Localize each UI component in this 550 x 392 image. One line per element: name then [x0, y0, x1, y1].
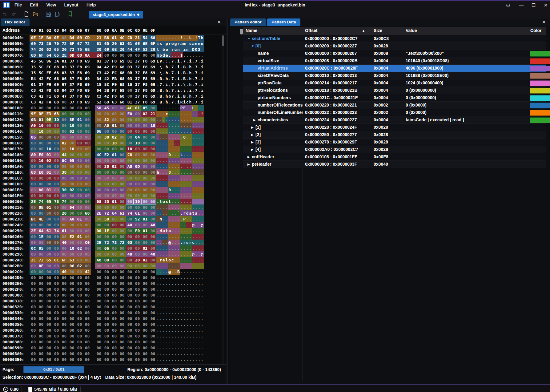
ascii-char[interactable]: V: [159, 58, 163, 64]
ascii-char[interactable]: .: [159, 169, 163, 175]
hex-byte[interactable]: C3: [95, 93, 103, 99]
hex-byte[interactable]: 00: [83, 204, 91, 210]
ascii-char[interactable]: .: [201, 228, 204, 234]
ascii-char[interactable]: .: [156, 193, 159, 199]
hex-byte[interactable]: 5C: [103, 82, 110, 87]
hex-byte[interactable]: 78: [53, 199, 60, 204]
hex-byte[interactable]: 00: [141, 204, 149, 210]
ascii-char[interactable]: t: [156, 46, 159, 52]
hex-byte[interactable]: 00: [110, 357, 118, 362]
hex-byte[interactable]: 00: [45, 351, 53, 357]
hex-byte[interactable]: 75: [76, 46, 83, 52]
ascii-char[interactable]: :: [165, 58, 168, 64]
ascii-char[interactable]: .: [171, 345, 174, 351]
ascii-char[interactable]: .: [174, 76, 177, 82]
menu-view[interactable]: View: [43, 1, 59, 9]
hex-byte[interactable]: 72: [103, 240, 110, 245]
hex-byte[interactable]: 00: [118, 169, 126, 175]
hex-byte[interactable]: 01: [110, 35, 118, 41]
ascii-char[interactable]: .: [186, 193, 189, 199]
hex-byte[interactable]: 00: [134, 187, 141, 193]
ascii-char[interactable]: .: [183, 234, 186, 240]
ascii-char[interactable]: .: [174, 234, 177, 240]
ascii-char[interactable]: .: [177, 275, 180, 281]
hex-byte[interactable]: 00: [37, 286, 45, 292]
hex-byte[interactable]: 00: [141, 175, 149, 181]
ascii-char[interactable]: .: [171, 304, 174, 310]
hex-byte[interactable]: 00: [118, 257, 126, 263]
ascii-char[interactable]: .: [174, 275, 177, 281]
ascii-char[interactable]: o: [168, 257, 171, 263]
hex-byte[interactable]: 00: [126, 199, 134, 204]
hex-byte[interactable]: 00: [30, 187, 37, 193]
ascii-char[interactable]: .: [162, 345, 165, 351]
hex-byte[interactable]: 00: [118, 351, 126, 357]
hex-byte[interactable]: 00: [118, 134, 126, 140]
hex-byte[interactable]: 00: [110, 146, 118, 152]
hex-byte[interactable]: 00: [149, 199, 157, 204]
hex-byte[interactable]: 68: [118, 99, 126, 105]
ascii-char[interactable]: i: [201, 58, 204, 64]
ascii-char[interactable]: .: [177, 228, 180, 234]
hex-byte[interactable]: 00: [60, 263, 68, 269]
hex-byte[interactable]: 00: [149, 210, 157, 216]
ascii-char[interactable]: .: [186, 316, 189, 321]
hex-byte[interactable]: 00: [103, 128, 110, 134]
ascii-char[interactable]: .: [165, 298, 168, 304]
hex-byte[interactable]: 00: [53, 134, 60, 140]
hex-byte[interactable]: 00: [45, 251, 53, 257]
ascii-char[interactable]: .: [156, 93, 159, 99]
ascii-char[interactable]: .: [186, 187, 189, 193]
ascii-char[interactable]: .: [159, 292, 163, 298]
ascii-char[interactable]: .: [183, 339, 186, 345]
hex-byte[interactable]: 00: [60, 275, 68, 281]
ascii-char[interactable]: 7: [171, 64, 174, 70]
pattern-row-0[interactable]: ▼[0]0x00000200 : 0x000002270x0028: [243, 42, 546, 50]
hex-byte[interactable]: 20: [45, 41, 53, 46]
hex-byte[interactable]: 00: [149, 316, 157, 321]
ascii-char[interactable]: .: [171, 35, 174, 41]
ascii-char[interactable]: .: [177, 298, 180, 304]
hex-byte[interactable]: 00: [45, 216, 53, 222]
tree-collapsed-icon[interactable]: ▶: [253, 116, 256, 123]
hex-byte[interactable]: 00: [76, 128, 83, 134]
ascii-char[interactable]: .: [186, 111, 189, 117]
ascii-char[interactable]: .: [162, 210, 165, 216]
hex-byte[interactable]: 00: [95, 310, 103, 316]
hex-byte[interactable]: 00: [68, 181, 76, 187]
hex-byte[interactable]: 00: [83, 152, 91, 158]
hex-byte[interactable]: 01: [134, 105, 141, 111]
hex-byte[interactable]: 00: [60, 333, 68, 339]
hex-byte[interactable]: 00: [126, 304, 134, 310]
ascii-char[interactable]: .: [177, 105, 180, 111]
ascii-char[interactable]: .: [180, 281, 183, 286]
hex-byte[interactable]: 00: [134, 204, 141, 210]
hex-byte[interactable]: 00: [141, 128, 149, 134]
ascii-char[interactable]: .: [186, 123, 189, 128]
hex-byte[interactable]: 00: [149, 281, 157, 286]
ascii-char[interactable]: .: [156, 164, 159, 169]
ascii-char[interactable]: .: [159, 117, 163, 123]
ascii-char[interactable]: .: [183, 245, 186, 251]
hex-byte[interactable]: 00: [68, 333, 76, 339]
ascii-char[interactable]: .: [180, 87, 183, 93]
tree-collapsed-icon[interactable]: ▶: [251, 124, 254, 131]
ascii-char[interactable]: .: [165, 345, 168, 351]
hex-byte[interactable]: 00: [30, 310, 37, 316]
ascii-char[interactable]: .: [183, 345, 186, 351]
tree-collapsed-icon[interactable]: ▶: [251, 139, 254, 146]
hex-byte[interactable]: 45: [30, 58, 37, 64]
hex-byte[interactable]: 00: [60, 245, 68, 251]
ascii-char[interactable]: .: [198, 286, 201, 292]
ascii-char[interactable]: .: [174, 164, 177, 169]
menu-file[interactable]: File: [11, 1, 25, 9]
hex-byte[interactable]: 00: [68, 357, 76, 362]
hex-byte[interactable]: 00: [76, 169, 83, 175]
hex-byte[interactable]: B4: [95, 76, 103, 82]
ascii-char[interactable]: .: [201, 292, 204, 298]
ascii-char[interactable]: .: [189, 357, 192, 362]
hex-byte[interactable]: 00: [53, 275, 60, 281]
hex-byte[interactable]: 00: [95, 222, 103, 228]
hex-byte[interactable]: 00: [53, 351, 60, 357]
hex-byte[interactable]: 00: [53, 251, 60, 257]
